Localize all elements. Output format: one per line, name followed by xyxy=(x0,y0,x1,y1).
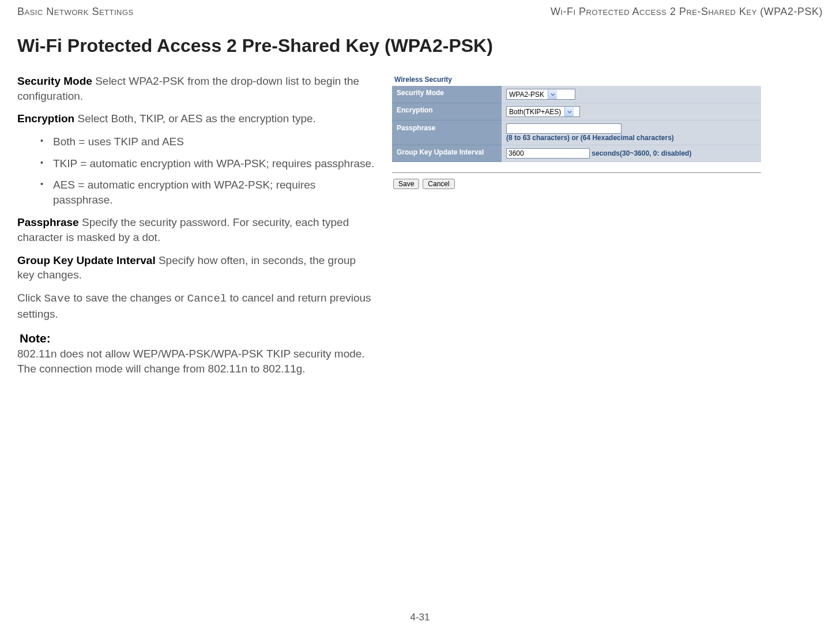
passphrase-input[interactable] xyxy=(506,123,621,134)
encryption-value: Both(TKIP+AES) xyxy=(507,108,564,116)
passphrase-hint: (8 to 63 characters) or (64 Hexadecimal … xyxy=(506,134,674,142)
list-item: AES = automatic encryption with WPA2-PSK… xyxy=(40,178,375,207)
security-mode-term: Security Mode xyxy=(17,75,92,87)
gkui-row-label: Group Key Update Interval xyxy=(392,145,502,162)
header-right: Wi-Fi Protected Access 2 Pre-Shared Key … xyxy=(551,6,823,18)
save-mid: to save the changes or xyxy=(70,292,187,304)
encryption-row-label: Encryption xyxy=(392,103,502,120)
save-keyword: Save xyxy=(44,292,70,305)
gkui-paragraph: Group Key Update Interval Specify how of… xyxy=(17,253,375,283)
gkui-term: Group Key Update Interval xyxy=(17,254,156,266)
page-title: Wi-Fi Protected Access 2 Pre-Shared Key … xyxy=(17,35,823,57)
save-pre: Click xyxy=(17,292,44,304)
chevron-down-icon xyxy=(548,89,557,99)
save-cancel-paragraph: Click Save to save the changes or Cancel… xyxy=(17,291,375,321)
screenshot-panel: Wireless Security Security Mode WPA2-PSK xyxy=(392,74,761,376)
encryption-desc: Select Both, TKIP, or AES as the encrypt… xyxy=(74,112,316,125)
passphrase-term: Passphrase xyxy=(17,216,79,228)
table-row: Encryption Both(TKIP+AES) xyxy=(392,103,761,120)
security-mode-paragraph: Security Mode Select WPA2-PSK from the d… xyxy=(17,74,375,103)
chevron-down-icon xyxy=(564,107,574,116)
security-mode-dropdown[interactable]: WPA2-PSK xyxy=(506,89,575,100)
cancel-keyword: Cancel xyxy=(187,292,227,305)
note-heading: Note: xyxy=(17,332,375,345)
settings-table: Security Mode WPA2-PSK Encryption xyxy=(392,86,761,162)
page-number: 4-31 xyxy=(410,612,430,623)
encryption-paragraph: Encryption Select Both, TKIP, or AES as … xyxy=(17,111,375,126)
security-mode-value: WPA2-PSK xyxy=(507,91,548,99)
encryption-term: Encryption xyxy=(17,112,74,125)
cancel-button[interactable]: Cancel xyxy=(423,179,454,189)
divider xyxy=(392,172,761,173)
passphrase-row-label: Passphrase xyxy=(392,120,502,145)
table-row: Group Key Update Interval seconds(30~360… xyxy=(392,145,761,162)
save-button[interactable]: Save xyxy=(393,179,419,189)
list-item: TKIP = automatic encryption with WPA-PSK… xyxy=(40,156,375,171)
encryption-bullets: Both = uses TKIP and AES TKIP = automati… xyxy=(40,134,375,208)
passphrase-paragraph: Passphrase Specify the security password… xyxy=(17,215,375,244)
group-key-hint: seconds(30~3600, 0: disabled) xyxy=(592,149,691,157)
header-left: Basic Network Settings xyxy=(17,6,134,18)
group-key-input[interactable] xyxy=(506,148,590,159)
table-row: Passphrase (8 to 63 characters) or (64 H… xyxy=(392,120,761,145)
list-item: Both = uses TKIP and AES xyxy=(40,134,375,149)
description-column: Security Mode Select WPA2-PSK from the d… xyxy=(17,74,375,376)
note-body: 802.11n does not allow WEP/WPA-PSK/WPA-P… xyxy=(17,346,375,376)
table-row: Security Mode WPA2-PSK xyxy=(392,86,761,103)
encryption-dropdown[interactable]: Both(TKIP+AES) xyxy=(506,106,580,117)
security-mode-row-label: Security Mode xyxy=(392,86,502,103)
panel-section-title: Wireless Security xyxy=(392,74,761,86)
